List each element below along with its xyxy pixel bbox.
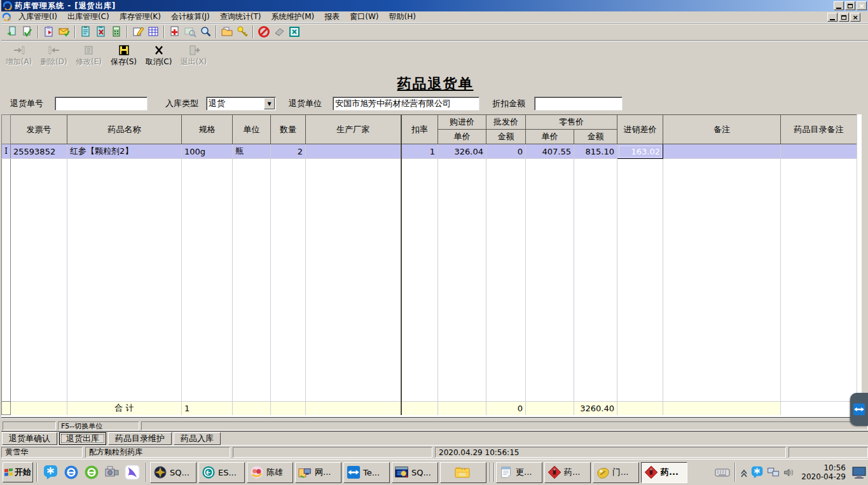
taskbar-button-qq-chat[interactable]: 陈雄 <box>247 462 293 483</box>
tab-return-outbound[interactable]: 退货出库 <box>59 432 106 445</box>
cell-wholesale-amount[interactable]: 0 <box>486 144 526 159</box>
menu-item-inventory[interactable]: 库存管理(K) <box>114 11 166 23</box>
folder-send-icon[interactable] <box>219 25 235 39</box>
approve-envelope-icon[interactable] <box>57 25 72 39</box>
child-restore-button[interactable] <box>839 13 849 22</box>
col-note: 备注 <box>663 115 781 144</box>
cell-note[interactable] <box>663 144 781 159</box>
child-minimize-button[interactable] <box>827 13 837 22</box>
add-button[interactable]: 增加(A) <box>1 43 36 69</box>
eraser-icon[interactable] <box>272 25 287 39</box>
forbid-icon[interactable] <box>256 25 272 39</box>
taskbar-button-sqlstar[interactable]: SQ... <box>150 462 196 483</box>
star-bubble-tray-icon[interactable] <box>751 466 764 479</box>
close-window-icon[interactable] <box>287 25 302 39</box>
sql-query-icon <box>395 465 409 479</box>
taskbar-button-eset[interactable]: ES... <box>198 462 245 483</box>
return-unit-input[interactable]: 安国市旭芳中药材经营有限公司 <box>333 97 479 111</box>
tab-catalog-maintenance[interactable]: 药品目录维护 <box>108 432 172 445</box>
clipboard-cancel-icon[interactable] <box>93 25 109 39</box>
cell-drug-name[interactable]: 红参【颗粒剂2】 <box>67 144 182 159</box>
search-icon[interactable] <box>198 25 213 39</box>
clipboard-view-icon[interactable] <box>78 25 93 39</box>
teamviewer-side-tab[interactable] <box>850 393 868 426</box>
map-search-icon[interactable] <box>183 25 198 39</box>
taskbar-button-pharmacy-1[interactable]: 药... <box>544 462 591 483</box>
taskbar-button-folder[interactable] <box>440 462 486 483</box>
save-button[interactable]: 保存(S) <box>106 43 141 69</box>
ie-icon[interactable] <box>63 463 79 481</box>
cell-retail-price[interactable]: 407.55 <box>526 144 574 159</box>
subcol-amount-1: 金额 <box>486 130 526 144</box>
menu-item-help[interactable]: 帮助(H) <box>383 11 420 23</box>
total-row: 合 计 1 0 3260.40 <box>2 402 857 415</box>
thunder-icon[interactable] <box>124 463 141 481</box>
discount-label: 折扣金额 <box>492 98 525 109</box>
menu-item-accounting[interactable]: 会计核算(J) <box>166 11 215 23</box>
new-document-icon[interactable] <box>4 25 20 39</box>
discount-input[interactable] <box>534 97 623 111</box>
child-close-button[interactable]: × <box>850 13 860 22</box>
collapse-arrow-icon[interactable] <box>740 467 748 477</box>
calculator-icon[interactable] <box>109 25 124 39</box>
verify-document-icon[interactable] <box>20 25 35 39</box>
inbound-type-select[interactable]: 退货 ▼ <box>206 97 276 111</box>
cell-price-diff-selected[interactable]: 163.02 <box>617 144 663 159</box>
cell-spec[interactable]: 100g <box>182 144 233 159</box>
menu-item-maintenance[interactable]: 系统维护(M) <box>266 11 320 23</box>
menu-item-query[interactable]: 查询统计(T) <box>215 11 266 23</box>
cell-purchase-price[interactable]: 326.04 <box>438 144 486 159</box>
cancel-button[interactable]: 取消(C) <box>141 43 176 69</box>
exit-button[interactable]: 退出(X) <box>176 43 211 69</box>
row-marker-header <box>2 115 11 144</box>
clock[interactable]: 10:56 2020-04-29 <box>799 463 848 481</box>
status-user: 黄雪华 <box>1 447 83 458</box>
key-icon[interactable] <box>235 25 250 39</box>
delete-icon <box>48 44 60 56</box>
cell-catalog-note[interactable] <box>781 144 857 159</box>
cell-manufacturer[interactable] <box>306 144 401 159</box>
start-button[interactable]: 开始 <box>3 462 33 482</box>
close-button[interactable]: × <box>857 1 867 10</box>
network-tray-icon[interactable] <box>767 466 780 479</box>
chevron-down-icon[interactable]: ▼ <box>264 98 275 109</box>
data-table-icon[interactable] <box>146 25 161 39</box>
clipboard-in-icon[interactable] <box>41 25 57 39</box>
taskbar-button-network[interactable]: 网... <box>295 462 341 483</box>
cell-invoice[interactable]: 25593852 <box>11 144 67 159</box>
star-bubble-icon[interactable] <box>43 463 59 481</box>
medical-record-icon[interactable] <box>167 25 183 39</box>
taskbar-button-clinic[interactable]: 门... <box>593 462 639 483</box>
tab-return-confirm[interactable]: 退货单确认 <box>2 432 57 445</box>
col-wholesale-price: 批发价 <box>486 115 526 130</box>
modify-button[interactable]: 修改(E) <box>71 43 106 69</box>
taskbar-button-pharmacy-2[interactable]: 药... <box>641 462 687 483</box>
edit-note-icon[interactable] <box>130 25 146 39</box>
pharmacy-app-icon <box>644 465 658 479</box>
tab-drug-inbound[interactable]: 药品入库 <box>174 432 221 445</box>
menu-item-report[interactable]: 报表 <box>319 11 345 23</box>
menu-item-inbound[interactable]: 入库管理(I) <box>13 11 62 23</box>
browser-360-icon[interactable] <box>83 463 100 481</box>
bottom-tab-bar: 退货单确认 退货出库 药品目录维护 药品入库 <box>1 431 868 445</box>
delete-button[interactable]: 删除(D) <box>36 43 71 69</box>
volume-icon[interactable] <box>783 466 796 479</box>
col-invoice: 发票号 <box>11 115 67 144</box>
minimize-button[interactable] <box>834 1 844 10</box>
cell-retail-amount[interactable]: 815.10 <box>574 144 617 159</box>
menu-item-window[interactable]: 窗口(W) <box>345 11 383 23</box>
menu-item-outbound[interactable]: 出库管理(C) <box>62 11 114 23</box>
show-desktop-icon[interactable] <box>851 465 867 479</box>
cell-qty[interactable]: 2 <box>271 144 306 159</box>
restore-button[interactable] <box>845 1 855 10</box>
taskbar-button-sql-query[interactable]: SQ... <box>392 462 438 483</box>
return-no-input[interactable] <box>55 97 148 111</box>
cell-rate[interactable]: 1 <box>401 144 438 159</box>
teamviewer-logo-icon <box>853 403 865 416</box>
taskbar-button-notepad[interactable]: 更... <box>496 462 542 483</box>
keyboard-icon[interactable] <box>715 466 730 479</box>
screen-recorder-icon[interactable] <box>104 463 120 481</box>
cell-unit[interactable]: 瓶 <box>233 144 271 159</box>
pharmacy-app-icon <box>548 465 561 479</box>
taskbar-button-teamviewer[interactable]: Te... <box>343 462 390 483</box>
